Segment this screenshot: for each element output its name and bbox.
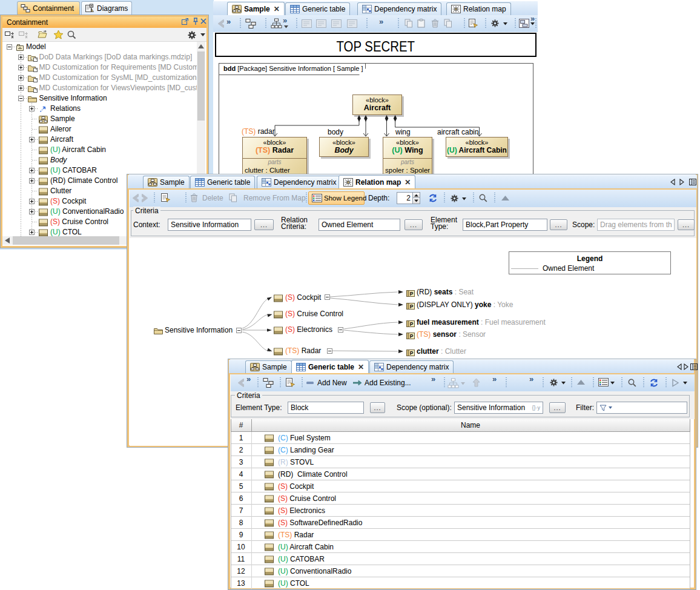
svg-text:P: P xyxy=(410,291,414,297)
svg-text:P: P xyxy=(410,303,414,310)
svg-text:L: L xyxy=(30,56,33,61)
svg-text:P: P xyxy=(410,321,414,327)
svg-text:P: P xyxy=(410,350,414,356)
svg-text:P: P xyxy=(410,333,414,339)
